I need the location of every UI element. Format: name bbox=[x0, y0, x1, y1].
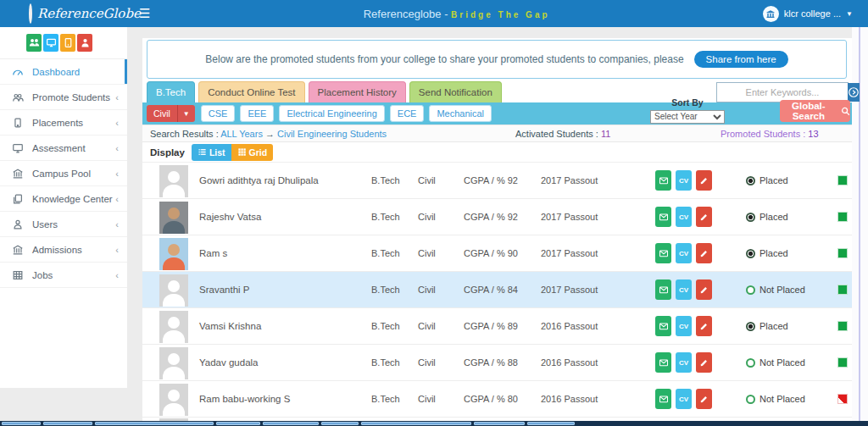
student-row[interactable]: Yadav gudala B.Tech Civil CGPA / % 88 20… bbox=[142, 345, 852, 381]
cv-button[interactable]: CV bbox=[676, 243, 692, 263]
email-button[interactable] bbox=[655, 389, 671, 409]
tab-conduct-online-test[interactable]: Conduct Online Test bbox=[198, 81, 304, 102]
brand[interactable]: ReferenceGlobe bbox=[0, 3, 127, 24]
list-view-button[interactable]: List bbox=[192, 144, 231, 161]
radio-unchecked-icon[interactable] bbox=[746, 285, 755, 295]
placed-radio[interactable]: Placed bbox=[746, 175, 788, 185]
not-placed-radio[interactable]: Not Placed bbox=[746, 357, 805, 368]
edit-button[interactable] bbox=[696, 389, 712, 409]
student-avatar bbox=[159, 274, 188, 307]
radio-checked-icon[interactable] bbox=[746, 213, 755, 222]
student-row[interactable]: Ram s B.Tech Civil CGPA / % 90 2017 Pass… bbox=[142, 235, 852, 272]
sidebar-item-dashboard[interactable]: Dashboard bbox=[0, 59, 127, 85]
share-from-here-button[interactable]: Share from here bbox=[694, 51, 788, 68]
taskbar-item[interactable] bbox=[2, 422, 41, 425]
cv-button[interactable]: CV bbox=[676, 207, 692, 227]
taskbar-item[interactable] bbox=[263, 422, 319, 425]
not-placed-radio[interactable]: Not Placed bbox=[746, 285, 805, 295]
edit-button[interactable] bbox=[696, 243, 712, 263]
student-degree: B.Tech bbox=[371, 212, 400, 222]
email-button[interactable] bbox=[655, 279, 671, 300]
user-menu[interactable]: klcr college ... ▼ bbox=[763, 6, 868, 22]
taskbar-item[interactable] bbox=[527, 422, 575, 425]
edit-button[interactable] bbox=[696, 170, 712, 191]
dept-civil-label[interactable]: Civil bbox=[147, 105, 177, 122]
student-row[interactable]: Vamsi Krishna B.Tech Civil CGPA / % 89 2… bbox=[142, 308, 852, 345]
dept-electrical-button[interactable]: Electrical Engineering bbox=[279, 105, 384, 122]
radio-unchecked-icon[interactable] bbox=[746, 358, 755, 368]
email-button[interactable] bbox=[655, 170, 671, 191]
edit-button[interactable] bbox=[696, 316, 712, 336]
taskbar-item[interactable] bbox=[361, 422, 471, 425]
edit-button[interactable] bbox=[696, 207, 712, 227]
edit-button[interactable] bbox=[696, 279, 712, 300]
not-placed-radio[interactable]: Not Placed bbox=[746, 394, 805, 404]
email-button[interactable] bbox=[655, 316, 671, 336]
keyword-input[interactable] bbox=[717, 83, 848, 102]
hamburger-menu-icon[interactable]: ☰ bbox=[139, 6, 150, 21]
keyword-submit-button[interactable] bbox=[848, 83, 860, 102]
chevron-left-icon: ‹ bbox=[115, 219, 119, 230]
sidebar-item-knowledge-center[interactable]: Knowledge Center ‹ bbox=[0, 186, 127, 212]
sidebar-item-label: Campus Pool bbox=[32, 169, 91, 179]
student-branch: Civil bbox=[418, 285, 436, 295]
global-search-button[interactable]: Global-Search bbox=[780, 100, 850, 122]
radio-unchecked-icon[interactable] bbox=[746, 395, 755, 404]
group-quick-button[interactable] bbox=[26, 34, 42, 52]
cv-button[interactable]: CV bbox=[676, 352, 692, 373]
sidebar-item-assessment[interactable]: Assessment ‹ bbox=[0, 136, 127, 161]
taskbar-item[interactable] bbox=[474, 422, 525, 425]
cv-button[interactable]: CV bbox=[676, 316, 692, 336]
cv-button[interactable]: CV bbox=[676, 279, 692, 300]
tabs: B.Tech Conduct Online Test Placement His… bbox=[147, 81, 502, 102]
sidebar-item-label: Assessment bbox=[32, 143, 86, 153]
student-row-selected[interactable]: Sravanthi P B.Tech Civil CGPA / % 84 201… bbox=[142, 272, 852, 308]
placed-radio[interactable]: Placed bbox=[746, 321, 788, 331]
tab-placement-history[interactable]: Placement History bbox=[309, 81, 406, 102]
student-degree: B.Tech bbox=[371, 321, 400, 331]
taskbar-item[interactable] bbox=[321, 422, 359, 425]
person-quick-button[interactable] bbox=[77, 34, 92, 52]
dept-eee-button[interactable]: EEE bbox=[240, 105, 274, 122]
tab-send-notification[interactable]: Send Notification bbox=[409, 81, 502, 102]
taskbar-item[interactable] bbox=[43, 422, 92, 425]
placed-radio[interactable]: Placed bbox=[746, 212, 788, 222]
sidebar-item-campus-pool[interactable]: Campus Pool ‹ bbox=[0, 161, 127, 186]
sidebar-item-users[interactable]: Users ‹ bbox=[0, 212, 127, 237]
chevron-down-icon[interactable]: ▼ bbox=[177, 105, 195, 122]
monitor-quick-button[interactable] bbox=[43, 34, 58, 52]
document-quick-button[interactable] bbox=[60, 34, 75, 52]
dept-civil-split-button[interactable]: Civil ▼ bbox=[147, 105, 195, 122]
email-button[interactable] bbox=[655, 243, 671, 263]
dept-cse-button[interactable]: CSE bbox=[201, 105, 236, 122]
chevron-left-icon: ‹ bbox=[115, 245, 119, 255]
student-row[interactable]: Gowri adithtya raj Dhulipala B.Tech Civi… bbox=[142, 163, 852, 199]
email-button[interactable] bbox=[655, 207, 671, 227]
cv-button[interactable]: CV bbox=[676, 170, 692, 191]
dept-mechanical-button[interactable]: Mechanical bbox=[429, 105, 492, 122]
student-row[interactable]: Ram babu-working S B.Tech Civil CGPA / %… bbox=[142, 381, 852, 418]
student-row[interactable]: Rajeshv Vatsa B.Tech Civil CGPA / % 92 2… bbox=[142, 199, 852, 235]
dept-ece-button[interactable]: ECE bbox=[390, 105, 425, 122]
taskbar-item[interactable] bbox=[95, 422, 214, 425]
cv-button[interactable]: CV bbox=[676, 389, 692, 409]
copy-pages-icon bbox=[12, 193, 25, 205]
student-passout: 2016 Passout bbox=[541, 394, 598, 404]
placed-radio[interactable]: Placed bbox=[746, 248, 788, 258]
students-table: Gowri adithtya raj Dhulipala B.Tech Civi… bbox=[142, 163, 852, 421]
edit-button[interactable] bbox=[696, 352, 712, 373]
sidebar-item-admissions[interactable]: Admissions ‹ bbox=[0, 237, 127, 263]
student-avatar bbox=[159, 384, 188, 416]
grid-view-button[interactable]: Grid bbox=[231, 144, 274, 161]
email-button[interactable] bbox=[655, 352, 671, 373]
radio-checked-icon[interactable] bbox=[746, 322, 755, 331]
sidebar-item-jobs[interactable]: Jobs ‹ bbox=[0, 263, 127, 288]
sidebar-item-placements[interactable]: Placements ‹ bbox=[0, 110, 127, 136]
radio-checked-icon[interactable] bbox=[746, 249, 755, 258]
sort-year-select[interactable]: Select Year bbox=[650, 110, 725, 124]
radio-checked-icon[interactable] bbox=[746, 176, 755, 185]
taskbar-item[interactable] bbox=[216, 422, 260, 425]
tab-btech[interactable]: B.Tech bbox=[147, 81, 195, 102]
sidebar-item-label: Placements bbox=[32, 118, 83, 128]
sidebar-item-promote-students[interactable]: Promote Students ‹ bbox=[0, 85, 127, 110]
